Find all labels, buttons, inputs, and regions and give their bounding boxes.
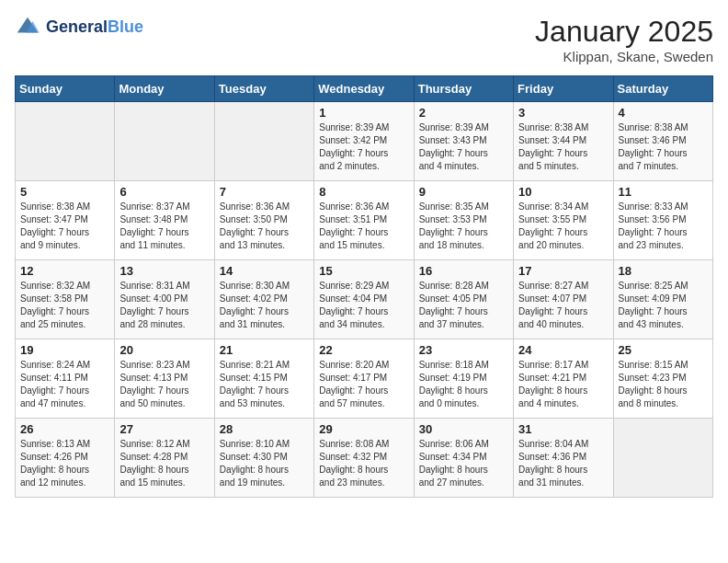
- calendar-cell: 24Sunrise: 8:17 AM Sunset: 4:21 PM Dayli…: [514, 339, 613, 419]
- calendar-cell: 2Sunrise: 8:39 AM Sunset: 3:43 PM Daylig…: [414, 102, 513, 181]
- calendar-cell: 28Sunrise: 8:10 AM Sunset: 4:30 PM Dayli…: [214, 419, 313, 498]
- day-info: Sunrise: 8:21 AM Sunset: 4:15 PM Dayligh…: [220, 359, 309, 410]
- day-info: Sunrise: 8:15 AM Sunset: 4:23 PM Dayligh…: [619, 359, 708, 410]
- day-info: Sunrise: 8:33 AM Sunset: 3:56 PM Dayligh…: [619, 201, 708, 252]
- day-number: 27: [119, 422, 209, 436]
- day-info: Sunrise: 8:38 AM Sunset: 3:44 PM Dayligh…: [518, 121, 608, 173]
- day-info: Sunrise: 8:34 AM Sunset: 3:55 PM Dayligh…: [518, 201, 608, 252]
- day-number: 12: [20, 264, 109, 278]
- week-row-5: 26Sunrise: 8:13 AM Sunset: 4:26 PM Dayli…: [16, 419, 713, 498]
- day-number: 15: [319, 264, 408, 278]
- day-info: Sunrise: 8:12 AM Sunset: 4:28 PM Dayligh…: [119, 438, 209, 489]
- day-info: Sunrise: 8:18 AM Sunset: 4:19 PM Dayligh…: [419, 359, 508, 410]
- day-number: 13: [119, 264, 209, 278]
- day-number: 1: [319, 106, 408, 120]
- weekday-thursday: Thursday: [414, 76, 513, 102]
- day-number: 14: [220, 264, 309, 278]
- day-info: Sunrise: 8:24 AM Sunset: 4:11 PM Dayligh…: [20, 359, 109, 410]
- logo: GeneralBlue: [15, 15, 143, 40]
- calendar-cell: 20Sunrise: 8:23 AM Sunset: 4:13 PM Dayli…: [115, 339, 214, 419]
- calendar-cell: 7Sunrise: 8:36 AM Sunset: 3:50 PM Daylig…: [214, 181, 313, 260]
- day-info: Sunrise: 8:36 AM Sunset: 3:50 PM Dayligh…: [220, 201, 309, 252]
- calendar-cell: 26Sunrise: 8:13 AM Sunset: 4:26 PM Dayli…: [16, 419, 115, 498]
- calendar-cell: 5Sunrise: 8:38 AM Sunset: 3:47 PM Daylig…: [16, 181, 115, 260]
- calendar-cell: 16Sunrise: 8:28 AM Sunset: 4:05 PM Dayli…: [414, 260, 513, 339]
- day-info: Sunrise: 8:25 AM Sunset: 4:09 PM Dayligh…: [619, 280, 708, 331]
- calendar-table: SundayMondayTuesdayWednesdayThursdayFrid…: [15, 75, 713, 498]
- week-row-2: 5Sunrise: 8:38 AM Sunset: 3:47 PM Daylig…: [16, 181, 713, 260]
- day-number: 30: [419, 422, 508, 436]
- day-info: Sunrise: 8:29 AM Sunset: 4:04 PM Dayligh…: [319, 280, 408, 331]
- calendar-cell: 10Sunrise: 8:34 AM Sunset: 3:55 PM Dayli…: [514, 181, 613, 260]
- day-info: Sunrise: 8:28 AM Sunset: 4:05 PM Dayligh…: [419, 280, 508, 331]
- calendar-cell: 6Sunrise: 8:37 AM Sunset: 3:48 PM Daylig…: [115, 181, 214, 260]
- day-info: Sunrise: 8:08 AM Sunset: 4:32 PM Dayligh…: [319, 438, 408, 489]
- day-number: 24: [518, 343, 608, 357]
- calendar-cell: 30Sunrise: 8:06 AM Sunset: 4:34 PM Dayli…: [414, 419, 513, 498]
- calendar-cell: 3Sunrise: 8:38 AM Sunset: 3:44 PM Daylig…: [514, 102, 613, 181]
- day-info: Sunrise: 8:36 AM Sunset: 3:51 PM Dayligh…: [319, 201, 408, 252]
- day-info: Sunrise: 8:23 AM Sunset: 4:13 PM Dayligh…: [119, 359, 209, 410]
- week-row-3: 12Sunrise: 8:32 AM Sunset: 3:58 PM Dayli…: [16, 260, 713, 339]
- day-info: Sunrise: 8:39 AM Sunset: 3:42 PM Dayligh…: [319, 121, 408, 173]
- calendar-body: 1Sunrise: 8:39 AM Sunset: 3:42 PM Daylig…: [16, 102, 713, 498]
- day-number: 18: [619, 264, 708, 278]
- day-number: 4: [619, 106, 708, 120]
- calendar-cell: [214, 102, 313, 181]
- day-number: 26: [20, 422, 109, 436]
- calendar-cell: 4Sunrise: 8:38 AM Sunset: 3:46 PM Daylig…: [613, 102, 712, 181]
- weekday-friday: Friday: [514, 76, 613, 102]
- calendar-cell: 25Sunrise: 8:15 AM Sunset: 4:23 PM Dayli…: [613, 339, 712, 419]
- day-number: 29: [319, 422, 408, 436]
- calendar-cell: 27Sunrise: 8:12 AM Sunset: 4:28 PM Dayli…: [115, 419, 214, 498]
- calendar-cell: 11Sunrise: 8:33 AM Sunset: 3:56 PM Dayli…: [613, 181, 712, 260]
- day-number: 20: [119, 343, 209, 357]
- calendar-cell: 8Sunrise: 8:36 AM Sunset: 3:51 PM Daylig…: [314, 181, 414, 260]
- weekday-sunday: Sunday: [16, 76, 115, 102]
- day-info: Sunrise: 8:35 AM Sunset: 3:53 PM Dayligh…: [419, 201, 508, 252]
- calendar-cell: 15Sunrise: 8:29 AM Sunset: 4:04 PM Dayli…: [314, 260, 414, 339]
- day-info: Sunrise: 8:13 AM Sunset: 4:26 PM Dayligh…: [20, 438, 109, 489]
- calendar-cell: [16, 102, 115, 181]
- day-number: 17: [518, 264, 608, 278]
- day-number: 7: [220, 185, 309, 199]
- logo-icon: [15, 15, 40, 40]
- weekday-wednesday: Wednesday: [314, 76, 414, 102]
- day-number: 23: [419, 343, 508, 357]
- week-row-4: 19Sunrise: 8:24 AM Sunset: 4:11 PM Dayli…: [16, 339, 713, 419]
- calendar-cell: [115, 102, 214, 181]
- calendar-title: January 2025: [535, 15, 713, 49]
- day-info: Sunrise: 8:39 AM Sunset: 3:43 PM Dayligh…: [419, 121, 508, 173]
- day-info: Sunrise: 8:17 AM Sunset: 4:21 PM Dayligh…: [518, 359, 608, 410]
- day-number: 22: [319, 343, 408, 357]
- day-number: 19: [20, 343, 109, 357]
- day-info: Sunrise: 8:20 AM Sunset: 4:17 PM Dayligh…: [319, 359, 408, 410]
- day-number: 25: [619, 343, 708, 357]
- weekday-header: SundayMondayTuesdayWednesdayThursdayFrid…: [16, 76, 713, 102]
- day-info: Sunrise: 8:32 AM Sunset: 3:58 PM Dayligh…: [20, 280, 109, 331]
- calendar-cell: 9Sunrise: 8:35 AM Sunset: 3:53 PM Daylig…: [414, 181, 513, 260]
- calendar-cell: 12Sunrise: 8:32 AM Sunset: 3:58 PM Dayli…: [16, 260, 115, 339]
- day-number: 5: [20, 185, 109, 199]
- day-number: 31: [518, 422, 608, 436]
- day-info: Sunrise: 8:30 AM Sunset: 4:02 PM Dayligh…: [220, 280, 309, 331]
- calendar-cell: 22Sunrise: 8:20 AM Sunset: 4:17 PM Dayli…: [314, 339, 414, 419]
- calendar-cell: 31Sunrise: 8:04 AM Sunset: 4:36 PM Dayli…: [514, 419, 613, 498]
- day-info: Sunrise: 8:04 AM Sunset: 4:36 PM Dayligh…: [518, 438, 608, 489]
- day-number: 3: [518, 106, 608, 120]
- day-info: Sunrise: 8:06 AM Sunset: 4:34 PM Dayligh…: [419, 438, 508, 489]
- calendar-cell: 17Sunrise: 8:27 AM Sunset: 4:07 PM Dayli…: [514, 260, 613, 339]
- calendar-cell: 21Sunrise: 8:21 AM Sunset: 4:15 PM Dayli…: [214, 339, 313, 419]
- day-number: 21: [220, 343, 309, 357]
- calendar-cell: 19Sunrise: 8:24 AM Sunset: 4:11 PM Dayli…: [16, 339, 115, 419]
- weekday-monday: Monday: [115, 76, 214, 102]
- day-number: 28: [220, 422, 309, 436]
- weekday-tuesday: Tuesday: [214, 76, 313, 102]
- calendar-subtitle: Klippan, Skane, Sweden: [535, 49, 713, 64]
- weekday-saturday: Saturday: [613, 76, 712, 102]
- day-number: 16: [419, 264, 508, 278]
- day-info: Sunrise: 8:27 AM Sunset: 4:07 PM Dayligh…: [518, 280, 608, 331]
- logo-text: GeneralBlue: [46, 18, 143, 37]
- day-number: 9: [419, 185, 508, 199]
- day-number: 10: [518, 185, 608, 199]
